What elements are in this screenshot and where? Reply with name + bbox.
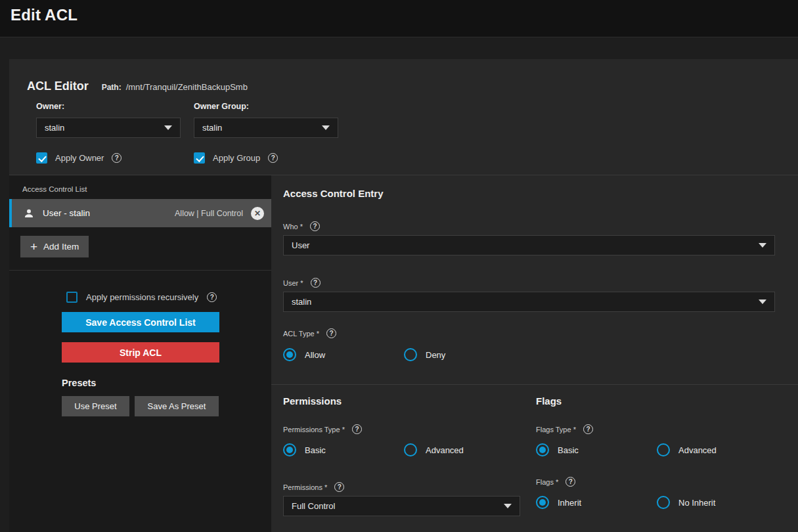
- chevron-down-icon: [164, 125, 172, 130]
- radio-selected-icon: [536, 443, 549, 456]
- add-item-button[interactable]: + Add Item: [20, 236, 89, 257]
- radio-unselected-icon: [657, 443, 670, 456]
- apply-group-checkbox[interactable]: [194, 152, 205, 164]
- permissions-title: Permissions: [283, 395, 536, 407]
- help-icon[interactable]: ?: [334, 482, 344, 492]
- acl-list-item[interactable]: User - stalin Allow | Full Control ✕: [9, 199, 271, 227]
- user-icon: [23, 208, 35, 219]
- chevron-down-icon: [322, 125, 330, 130]
- page-title: Edit ACL: [11, 6, 78, 24]
- recursive-checkbox-row: Apply permissions recursively ?: [66, 292, 219, 303]
- radio-basic[interactable]: Basic: [283, 443, 404, 456]
- add-item-label: Add Item: [43, 242, 79, 252]
- acl-type-radios: Allow Deny: [283, 348, 775, 361]
- presets-title: Presets: [62, 378, 219, 388]
- owner-group-select-value: stalin: [202, 123, 222, 133]
- who-label: Who *: [283, 223, 303, 231]
- remove-item-icon[interactable]: ✕: [251, 207, 264, 220]
- radio-selected-icon: [536, 496, 549, 509]
- radio-basic[interactable]: Basic: [536, 443, 657, 456]
- flags-radios: Inherit No Inherit: [536, 496, 775, 509]
- user-select[interactable]: stalin: [283, 292, 775, 312]
- help-icon[interactable]: ?: [352, 424, 362, 434]
- radio-unselected-icon: [657, 496, 670, 509]
- apply-group-label: Apply Group: [213, 153, 260, 163]
- flags-label: Flags *: [536, 478, 558, 486]
- radio-advanced[interactable]: Advanced: [404, 443, 536, 456]
- radio-label: Advanced: [426, 445, 464, 455]
- chevron-down-icon: [759, 243, 766, 248]
- radio-label: No Inherit: [678, 498, 715, 508]
- owner-select[interactable]: stalin: [36, 118, 181, 138]
- help-icon[interactable]: ?: [112, 153, 122, 163]
- use-preset-button[interactable]: Use Preset: [62, 396, 129, 416]
- flags-type-label: Flags Type *: [536, 426, 576, 433]
- flags-section: Flags Flags Type * ? Basic Advanced Flag…: [536, 395, 775, 516]
- radio-label: Deny: [426, 350, 445, 360]
- acl-list-panel: Access Control List User - stalin Allow …: [9, 175, 271, 532]
- acl-editor-card: ACL Editor Path: /mnt/Tranquil/ZenithBac…: [9, 59, 798, 175]
- radio-label: Basic: [558, 445, 579, 455]
- recursive-checkbox[interactable]: [66, 292, 78, 303]
- help-icon[interactable]: ?: [311, 278, 321, 288]
- user-select-value: stalin: [292, 297, 311, 307]
- radio-selected-icon: [283, 443, 296, 456]
- ace-title: Access Control Entry: [283, 188, 775, 199]
- radio-selected-icon: [283, 348, 296, 361]
- save-as-preset-button[interactable]: Save As Preset: [135, 396, 219, 416]
- apply-owner-label: Apply Owner: [55, 153, 104, 163]
- permissions-type-label: Permissions Type *: [283, 426, 345, 433]
- owner-group-column: Owner Group: stalin Apply Group ?: [194, 102, 338, 164]
- radio-advanced[interactable]: Advanced: [657, 443, 775, 456]
- radio-label: Allow: [305, 350, 325, 360]
- owner-column: Owner: stalin Apply Owner ?: [36, 102, 181, 164]
- flags-type-radios: Basic Advanced: [536, 443, 775, 456]
- radio-label: Advanced: [678, 445, 717, 455]
- acl-type-label: ACL Type *: [283, 330, 319, 338]
- who-select[interactable]: User: [283, 235, 775, 255]
- acl-list-title: Access Control List: [9, 175, 271, 193]
- save-acl-button[interactable]: Save Access Control List: [62, 312, 219, 332]
- page-header: Edit ACL: [0, 0, 798, 37]
- plus-icon: +: [30, 240, 37, 253]
- acl-editor-title: ACL Editor: [27, 79, 89, 93]
- recursive-checkbox-label: Apply permissions recursively: [86, 292, 198, 302]
- path-value: /mnt/Tranquil/ZenithBackupSmb: [126, 82, 248, 92]
- owner-label: Owner:: [36, 102, 181, 111]
- permissions-type-radios: Basic Advanced: [283, 443, 536, 456]
- radio-no-inherit[interactable]: No Inherit: [657, 496, 775, 509]
- radio-allow[interactable]: Allow: [283, 348, 404, 361]
- radio-inherit[interactable]: Inherit: [536, 496, 657, 509]
- path-label: Path:: [102, 83, 122, 92]
- help-icon[interactable]: ?: [310, 221, 320, 231]
- radio-unselected-icon: [404, 348, 417, 361]
- owner-select-value: stalin: [45, 123, 64, 133]
- chevron-down-icon: [759, 299, 766, 304]
- help-icon[interactable]: ?: [268, 153, 278, 163]
- who-select-value: User: [292, 240, 309, 250]
- permissions-select[interactable]: Full Control: [283, 496, 520, 516]
- permissions-select-value: Full Control: [292, 501, 335, 511]
- ace-panel: Access Control Entry Who * ? User User *…: [271, 175, 798, 532]
- radio-deny[interactable]: Deny: [404, 348, 775, 361]
- user-label: User *: [283, 279, 303, 287]
- ace-divider: [271, 384, 798, 385]
- help-icon[interactable]: ?: [565, 477, 575, 487]
- help-icon[interactable]: ?: [207, 292, 217, 302]
- strip-acl-button[interactable]: Strip ACL: [62, 342, 219, 363]
- radio-unselected-icon: [404, 443, 417, 456]
- radio-label: Basic: [305, 445, 326, 455]
- acl-item-label: User - stalin: [43, 208, 175, 218]
- radio-label: Inherit: [558, 498, 581, 508]
- acl-item-summary: Allow | Full Control: [175, 209, 243, 218]
- permissions-label: Permissions *: [283, 483, 327, 491]
- permissions-section: Permissions Permissions Type * ? Basic A…: [283, 395, 536, 516]
- flags-title: Flags: [536, 395, 775, 407]
- apply-owner-checkbox[interactable]: [36, 152, 47, 164]
- left-panel-divider: [9, 270, 271, 271]
- help-icon[interactable]: ?: [326, 328, 336, 338]
- owner-group-label: Owner Group:: [194, 102, 338, 111]
- owner-group-select[interactable]: stalin: [194, 118, 338, 138]
- help-icon[interactable]: ?: [583, 424, 593, 434]
- chevron-down-icon: [504, 504, 512, 508]
